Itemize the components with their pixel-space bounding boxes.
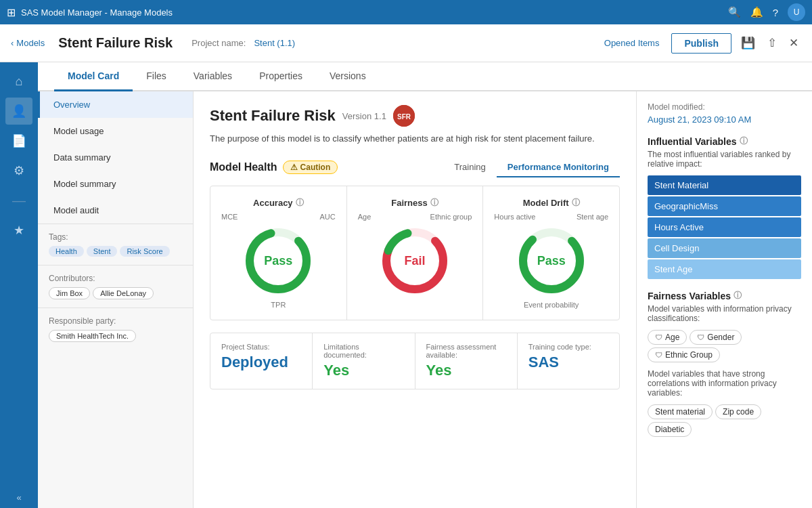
nav-starred-icon[interactable]: ★ bbox=[5, 217, 32, 244]
contributors-list: Jim Box Allie DeLonay bbox=[49, 287, 182, 299]
model-description: The purpose of this model is to classify… bbox=[210, 132, 620, 146]
project-link[interactable]: Stent (1.1) bbox=[254, 38, 295, 48]
tag-health[interactable]: Health bbox=[49, 246, 84, 257]
tab-model-card[interactable]: Model Card bbox=[54, 62, 133, 91]
gauges-row: Accuracy ⓘ MCE AUC Pass bbox=[210, 186, 620, 320]
fairness-vars-title: Fairness Variables ⓘ bbox=[648, 290, 801, 301]
help-icon[interactable]: ? bbox=[773, 7, 778, 18]
status-label-training: Training code type: bbox=[528, 343, 608, 351]
share-icon-button[interactable]: ⇧ bbox=[765, 33, 780, 53]
influential-item-1[interactable]: GeographicMiss bbox=[648, 196, 801, 216]
nav-item-overview[interactable]: Overview bbox=[38, 91, 193, 118]
tab-versions[interactable]: Versions bbox=[316, 62, 380, 91]
influential-list: Stent Material GeographicMiss Hours Acti… bbox=[648, 175, 801, 279]
page-title: Stent Failure Risk bbox=[58, 35, 173, 51]
fairness-result: Fail bbox=[404, 253, 425, 268]
accuracy-bottom-label: TPR bbox=[216, 301, 341, 309]
status-value-training: SAS bbox=[528, 354, 608, 371]
nav-item-model-audit[interactable]: Model audit bbox=[38, 197, 193, 224]
model-title-row: Stent Failure Risk Version 1.1 SFR bbox=[210, 105, 620, 127]
status-card-limitations: Limitations documented: Yes bbox=[313, 333, 415, 389]
nav-home-icon[interactable]: ⌂ bbox=[5, 68, 32, 95]
chevron-left-icon: ‹ bbox=[11, 38, 14, 48]
fairness-chip-gender[interactable]: 🛡 Gender bbox=[690, 330, 742, 345]
tag-risk-score[interactable]: Risk Score bbox=[120, 246, 169, 257]
tab-files[interactable]: Files bbox=[133, 62, 180, 91]
topbar-title: SAS Model Manager - Manage Models bbox=[21, 7, 173, 18]
responsible-label: Responsible party: bbox=[49, 316, 182, 326]
breadcrumb-models[interactable]: ‹ Models bbox=[11, 38, 45, 48]
fairness-chip-age[interactable]: 🛡 Age bbox=[648, 330, 687, 345]
contributor-jim-box[interactable]: Jim Box bbox=[49, 287, 90, 299]
influential-item-2[interactable]: Hours Active bbox=[648, 217, 801, 237]
opened-items-link[interactable]: Opened Items bbox=[604, 38, 660, 48]
gauge-drift-label: Model Drift ⓘ bbox=[489, 197, 614, 209]
nav-models-icon[interactable]: 👤 bbox=[5, 98, 32, 125]
close-icon-button[interactable]: ✕ bbox=[786, 33, 801, 53]
left-panel: Overview Model usage Data summary Model … bbox=[38, 91, 194, 508]
model-modified-date: August 21, 2023 09:10 AM bbox=[648, 114, 801, 125]
influential-item-4[interactable]: Stent Age bbox=[648, 259, 801, 279]
tab-variables[interactable]: Variables bbox=[180, 62, 246, 91]
topbar: ⊞ SAS Model Manager - Manage Models 🔍 🔔 … bbox=[0, 0, 812, 24]
accuracy-info-icon[interactable]: ⓘ bbox=[296, 197, 304, 209]
tab-properties[interactable]: Properties bbox=[246, 62, 316, 91]
drift-gauge-container: Pass bbox=[514, 224, 589, 298]
drift-bottom-label: Event probability bbox=[489, 301, 614, 309]
user-icon[interactable]: U bbox=[788, 3, 805, 21]
shield-age-icon: 🛡 bbox=[655, 333, 662, 341]
status-card-project: Project Status: Deployed bbox=[210, 333, 313, 389]
app-grid-icon[interactable]: ⊞ bbox=[7, 6, 16, 19]
fairness-info-icon[interactable]: ⓘ bbox=[430, 197, 438, 209]
tag-list: Health Stent Risk Score bbox=[49, 246, 182, 257]
contributor-allie[interactable]: Allie DeLonay bbox=[93, 287, 154, 299]
influential-item-0[interactable]: Stent Material bbox=[648, 175, 801, 195]
bell-icon[interactable]: 🔔 bbox=[750, 6, 763, 18]
subheader: ‹ Models Stent Failure Risk Project name… bbox=[0, 24, 812, 62]
health-tab-training[interactable]: Training bbox=[443, 158, 496, 177]
nav-expand[interactable]: « bbox=[11, 487, 26, 508]
nav-item-model-usage[interactable]: Model usage bbox=[38, 118, 193, 144]
influential-item-3[interactable]: Cell Design bbox=[648, 238, 801, 258]
privacy-chip-stent[interactable]: Stent material bbox=[648, 404, 713, 419]
privacy-chip-zip[interactable]: Zip code bbox=[715, 404, 761, 419]
influential-info-icon[interactable]: ⓘ bbox=[740, 135, 748, 147]
fairness-vars-info-icon[interactable]: ⓘ bbox=[734, 290, 742, 301]
privacy-chip-diabetic[interactable]: Diabetic bbox=[648, 422, 692, 437]
nav-item-model-summary[interactable]: Model summary bbox=[38, 171, 193, 197]
model-title: Stent Failure Risk bbox=[210, 107, 336, 125]
status-value-limitations: Yes bbox=[323, 362, 403, 379]
health-title: Model Health ⚠ Caution bbox=[210, 161, 338, 174]
shield-ethnic-icon: 🛡 bbox=[655, 351, 662, 359]
drift-result: Pass bbox=[537, 253, 566, 268]
topbar-icons: 🔍 🔔 ? U bbox=[728, 3, 805, 21]
nav-separator: — bbox=[5, 187, 32, 214]
right-panel: Model modified: August 21, 2023 09:10 AM… bbox=[636, 91, 812, 508]
nav-files-icon[interactable]: 📄 bbox=[5, 127, 32, 154]
search-icon[interactable]: 🔍 bbox=[728, 6, 741, 18]
drift-sublabels: Hours active Stent age bbox=[489, 213, 614, 221]
subheader-actions: Opened Items Publish 💾 ⇧ ✕ bbox=[604, 33, 801, 54]
health-header: Model Health ⚠ Caution Training Performa… bbox=[210, 158, 620, 177]
publish-button[interactable]: Publish bbox=[671, 33, 731, 54]
save-icon-button[interactable]: 💾 bbox=[738, 33, 758, 53]
status-card-fairness: Fairness assessment available: Yes bbox=[415, 333, 518, 389]
status-card-training: Training code type: SAS bbox=[518, 333, 619, 389]
fairness-privacy-desc: Model variables with information privacy… bbox=[648, 304, 801, 323]
nav-item-data-summary[interactable]: Data summary bbox=[38, 144, 193, 171]
nav-settings-icon[interactable]: ⚙ bbox=[5, 157, 32, 184]
model-modified-label: Model modified: bbox=[648, 102, 801, 112]
svg-text:SFR: SFR bbox=[397, 113, 411, 121]
tabs-bar: Model Card Files Variables Properties Ve… bbox=[38, 62, 812, 91]
accuracy-sublabels: MCE AUC bbox=[216, 213, 341, 221]
status-label-project: Project Status: bbox=[221, 343, 301, 351]
responsible-party[interactable]: Smith HealthTech Inc. bbox=[49, 330, 136, 342]
topbar-left: ⊞ SAS Model Manager - Manage Models bbox=[7, 6, 173, 19]
version-badge: Version 1.1 bbox=[342, 111, 386, 121]
health-tabs: Training Performance Monitoring bbox=[443, 158, 620, 177]
status-row: Project Status: Deployed Limitations doc… bbox=[210, 333, 620, 389]
drift-info-icon[interactable]: ⓘ bbox=[572, 197, 580, 209]
health-tab-performance[interactable]: Performance Monitoring bbox=[497, 158, 620, 177]
fairness-chip-ethnic[interactable]: 🛡 Ethnic Group bbox=[648, 347, 720, 362]
tag-stent[interactable]: Stent bbox=[87, 246, 118, 257]
